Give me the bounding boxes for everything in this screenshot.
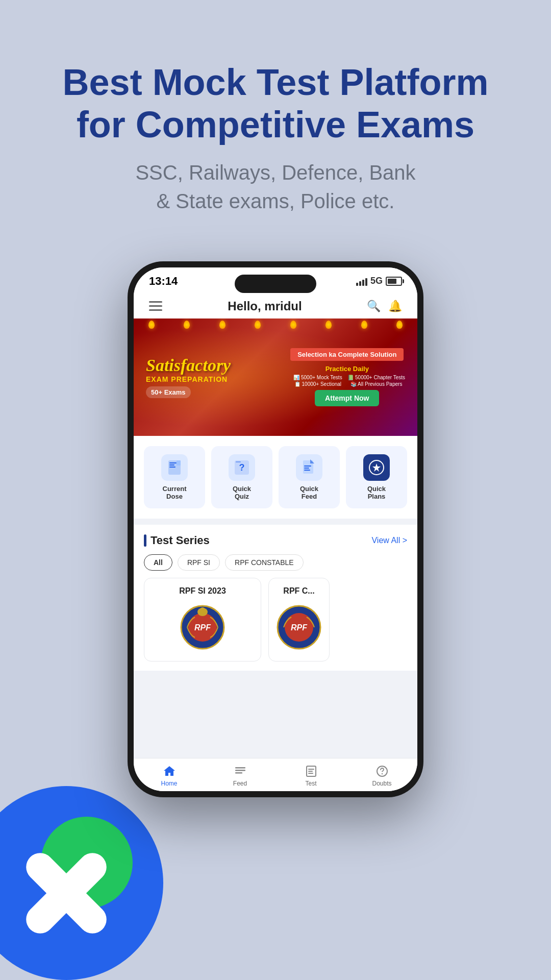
phone-screen: 13:14 5G bbox=[134, 267, 417, 791]
network-type: 5G bbox=[370, 276, 383, 286]
bottom-nav-doubts[interactable]: Doubts bbox=[346, 765, 417, 787]
bottom-nav-doubts-label: Doubts bbox=[372, 780, 391, 787]
filter-tabs: All RPF SI RPF CONSTABLE bbox=[144, 554, 407, 571]
test-card-title-rpf-si: RPF SI 2023 bbox=[179, 586, 226, 596]
filter-tab-all[interactable]: All bbox=[144, 554, 172, 571]
view-all-link[interactable]: View All > bbox=[371, 536, 407, 545]
phone-mockup: 13:14 5G bbox=[0, 246, 551, 797]
nav-bar: Hello, mridul 🔍 🔔 bbox=[134, 292, 417, 318]
quick-feed-icon bbox=[296, 454, 322, 481]
quick-quiz-label: QuickQuiz bbox=[233, 485, 251, 500]
quick-plans-label: QuickPlans bbox=[367, 485, 386, 500]
svg-text:RPF: RPF bbox=[291, 623, 308, 632]
section-header: Test Series View All > bbox=[144, 534, 407, 547]
doubts-icon bbox=[375, 765, 389, 778]
banner-exams-count: 50+ Exams bbox=[146, 386, 191, 398]
svg-marker-9 bbox=[310, 459, 314, 463]
menu-icon[interactable] bbox=[149, 301, 162, 311]
svg-rect-3 bbox=[169, 467, 176, 468]
home-icon bbox=[163, 765, 176, 778]
banner-image: Satisfactory EXAM PREPARATION 50+ Exams … bbox=[134, 318, 417, 436]
svg-text:RPF: RPF bbox=[194, 623, 211, 632]
test-card-rpf-si[interactable]: RPF SI 2023 RPF bbox=[144, 578, 261, 662]
section-title: Test Series bbox=[144, 534, 210, 547]
quick-cards-section: CurrentDose ? QuickQuiz bbox=[134, 436, 417, 519]
svg-rect-25 bbox=[235, 772, 242, 774]
quick-card-quick-feed[interactable]: QuickFeed bbox=[279, 446, 340, 508]
phone-frame: 13:14 5G bbox=[128, 261, 423, 797]
svg-rect-11 bbox=[304, 468, 309, 469]
banner-practice-label: Practice Daily bbox=[289, 365, 405, 373]
svg-point-19 bbox=[200, 607, 205, 612]
svg-marker-14 bbox=[372, 463, 381, 472]
svg-rect-24 bbox=[235, 770, 245, 771]
quick-card-current-dose[interactable]: CurrentDose bbox=[144, 446, 205, 508]
svg-rect-10 bbox=[304, 465, 311, 467]
bottom-navigation: Home Feed bbox=[134, 758, 417, 791]
current-dose-label: CurrentDose bbox=[163, 485, 187, 500]
bottom-nav-home-label: Home bbox=[161, 780, 177, 787]
nav-greeting: Hello, mridul bbox=[228, 299, 302, 313]
quick-plans-icon bbox=[363, 454, 390, 481]
test-card-title-rpf-constable: RPF C... bbox=[283, 586, 314, 596]
status-time: 13:14 bbox=[149, 275, 178, 288]
page-subtitle: SSC, Railways, Defence, Bank & State exa… bbox=[0, 158, 551, 215]
battery-icon bbox=[386, 277, 402, 286]
title-bar-accent bbox=[144, 534, 146, 547]
feed-icon bbox=[234, 765, 247, 778]
banner-subtitle: EXAM PREPARATION bbox=[146, 375, 231, 383]
svg-rect-1 bbox=[169, 462, 177, 463]
attempt-now-button[interactable]: Attempt Now bbox=[315, 390, 379, 406]
quick-quiz-icon: ? bbox=[229, 454, 255, 481]
svg-rect-27 bbox=[308, 769, 314, 770]
header-section: Best Mock Test Platform for Competitive … bbox=[0, 0, 551, 246]
svg-rect-29 bbox=[308, 773, 313, 774]
banner-section: Satisfactory EXAM PREPARATION 50+ Exams … bbox=[134, 318, 417, 436]
nav-icons: 🔍 🔔 bbox=[367, 300, 402, 313]
bottom-nav-home[interactable]: Home bbox=[134, 765, 205, 787]
status-right: 5G bbox=[356, 276, 402, 286]
svg-rect-4 bbox=[177, 460, 181, 465]
bottom-nav-test[interactable]: Test bbox=[276, 765, 346, 787]
lanterns bbox=[134, 318, 417, 339]
svg-rect-12 bbox=[304, 470, 310, 471]
dynamic-island bbox=[235, 275, 316, 293]
signal-bars bbox=[356, 277, 367, 286]
status-bar: 13:14 5G bbox=[134, 267, 417, 292]
test-cards-row: RPF SI 2023 RPF bbox=[144, 578, 407, 662]
notification-icon[interactable]: 🔔 bbox=[389, 300, 402, 313]
svg-rect-2 bbox=[169, 464, 174, 465]
quick-card-quick-plans[interactable]: QuickPlans bbox=[346, 446, 407, 508]
rpf-si-logo: RPF bbox=[177, 602, 228, 653]
svg-rect-7 bbox=[236, 461, 241, 462]
svg-point-31 bbox=[381, 773, 382, 774]
current-dose-icon bbox=[161, 454, 188, 481]
filter-tab-rpf-constable[interactable]: RPF CONSTABLE bbox=[225, 554, 304, 571]
bottom-nav-feed[interactable]: Feed bbox=[205, 765, 276, 787]
banner-left: Satisfactory EXAM PREPARATION 50+ Exams bbox=[146, 356, 231, 398]
test-card-rpf-constable[interactable]: RPF C... RPF bbox=[268, 578, 330, 662]
banner-brand: Satisfactory bbox=[146, 356, 231, 375]
bottom-nav-test-label: Test bbox=[305, 780, 316, 787]
svg-rect-28 bbox=[308, 771, 313, 772]
banner-badge: Selection ka Complete Solution bbox=[290, 348, 404, 361]
bottom-nav-feed-label: Feed bbox=[233, 780, 247, 787]
search-icon[interactable]: 🔍 bbox=[367, 300, 381, 313]
banner-right: Selection ka Complete Solution Practice … bbox=[289, 348, 405, 406]
svg-rect-23 bbox=[235, 767, 245, 769]
page-title: Best Mock Test Platform for Competitive … bbox=[0, 61, 551, 146]
quick-card-quick-quiz[interactable]: ? QuickQuiz bbox=[211, 446, 272, 508]
svg-text:?: ? bbox=[239, 462, 245, 473]
test-icon bbox=[305, 765, 318, 778]
filter-tab-rpf-si[interactable]: RPF SI bbox=[178, 554, 220, 571]
banner-stats: 📊 5000+ Mock Tests 📗 50000+ Chapter Test… bbox=[289, 375, 405, 387]
test-series-section: Test Series View All > All RPF SI RPF CO… bbox=[134, 525, 417, 671]
bg-x-mark bbox=[10, 837, 122, 949]
quick-feed-label: QuickFeed bbox=[300, 485, 318, 500]
rpf-constable-logo: RPF bbox=[273, 602, 324, 653]
